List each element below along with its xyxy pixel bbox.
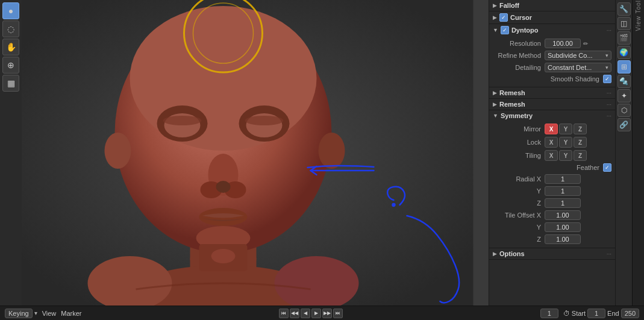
multi-tool-btn[interactable]: ⊕ [2,57,19,74]
tile-offset-z-row: Z 1.00 [489,233,615,245]
smooth-shading-checkbox[interactable]: ✓ [603,75,611,83]
options-arrow: ▶ [493,251,497,257]
grab-tool-btn[interactable]: ✋ [2,39,19,55]
resolution-value[interactable]: 100.00 [545,39,581,48]
mirror-z-btn[interactable]: Z [574,124,587,134]
refine-method-chevron-icon: ▾ [605,52,608,58]
tools-icon-btn[interactable]: 🔧 [617,2,631,16]
dyntopo-title: Dyntopo [511,27,607,34]
lock-z-btn[interactable]: Z [574,137,587,148]
view-item[interactable]: View [42,310,57,317]
jump-end-btn[interactable]: ⏭ [333,309,343,318]
left-toolbar: ● ◌ ✋ ⊕ ▦ [0,0,22,306]
step-forward-btn[interactable]: ▶▶ [322,309,332,318]
viewport[interactable]: ● ◌ ✋ ⊕ ▦ [0,0,489,306]
start-value-display[interactable]: 1 [587,309,605,318]
remesh1-arrow: ▶ [493,90,497,96]
mirror-row: Mirror X Y Z [489,122,615,136]
resolution-label: Resolution [493,40,541,47]
radial-z-value[interactable]: 1 [545,198,581,208]
symmetry-dots: ··· [607,113,611,119]
smooth-tool-btn[interactable]: ◌ [2,20,19,37]
falloff-arrow: ▶ [493,2,497,8]
world-icon-btn[interactable]: 🌍 [617,46,631,59]
radial-x-value[interactable]: 1 [545,174,581,184]
feather-checkbox[interactable]: ✓ [603,163,611,172]
dyntopo-section: ▼ ✓ Dyntopo ··· Resolution 100.00 ✏ Refi… [489,24,615,87]
lock-x-btn[interactable]: X [545,137,558,148]
radial-y-label: Y [493,187,541,195]
tile-offset-z-value[interactable]: 1.00 [545,234,581,244]
smooth-shading-row: Smooth Shading ✓ [489,74,615,84]
constraints-icon-btn[interactable]: 🔗 [617,118,631,131]
tiling-x-btn[interactable]: X [545,150,558,161]
svg-point-10 [105,133,131,169]
detailing-chevron-icon: ▾ [605,64,608,71]
lock-y-btn[interactable]: Y [559,137,572,148]
dyntopo-checkbox[interactable]: ✓ [501,26,509,34]
tiling-z-btn[interactable]: Z [574,150,587,161]
feather-row: Feather ✓ [489,162,615,173]
lock-row: Lock X Y Z [489,136,615,149]
mirror-y-btn[interactable]: Y [559,124,572,134]
tile-offset-x-value[interactable]: 1.00 [545,210,581,220]
refine-method-value[interactable]: Subdivide Co... ▾ [545,51,611,60]
radial-y-value[interactable]: 1 [545,186,581,196]
start-label: Start [572,310,586,317]
scene-icon-btn[interactable]: 🎬 [617,31,631,45]
view-layer-icon-btn[interactable]: ◫ [617,17,631,30]
frame-current-display[interactable]: 1 [540,309,558,318]
tile-offset-x-label: Tile Offset X [493,212,541,219]
cursor-checkbox[interactable]: ✓ [499,13,508,22]
remesh2-section: ▶ Remesh ··· [489,99,615,110]
tiling-y-btn[interactable]: Y [559,150,572,161]
resolution-pen-icon[interactable]: ✏ [583,40,588,47]
tile-offset-z-label: Z [493,236,541,243]
symmetry-header[interactable]: ▼ Symmetry ··· [489,110,615,121]
marker-item[interactable]: Marker [61,310,81,317]
far-right-tool-label: Tool [635,0,642,16]
far-right-strip: Tool View [632,0,644,306]
keying-btn[interactable]: Keying [5,309,33,318]
radial-z-row: Z 1 [489,197,615,209]
tiling-label: Tiling [493,152,541,159]
mirror-x-btn[interactable]: X [545,124,558,134]
tile-offset-y-label: Y [493,224,541,231]
dyntopo-arrow: ▼ [493,27,498,33]
physics-icon-btn[interactable]: ⬡ [617,104,631,117]
object-data-icon-btn[interactable]: ⊞ [617,60,631,74]
tile-offset-x-row: Tile Offset X 1.00 [489,209,615,221]
modifier-icon-btn[interactable]: 🔩 [617,75,631,88]
detailing-row: Detailing Constant Det... ▾ [489,61,615,74]
particles-icon-btn[interactable]: ✦ [617,89,631,102]
end-label: End [607,310,619,317]
detailing-value[interactable]: Constant Det... ▾ [545,63,611,72]
options-header[interactable]: ▶ Options ··· [489,248,615,259]
svg-point-16 [163,116,202,125]
falloff-title: Falloff [499,2,611,9]
keying-item: Keying ▾ [5,309,37,318]
falloff-header[interactable]: ▶ Falloff [489,0,615,11]
remesh1-header[interactable]: ▶ Remesh ··· [489,87,615,98]
layer-tool-btn[interactable]: ▦ [2,75,19,92]
options-section: ▶ Options ··· [489,248,615,260]
falloff-section: ▶ Falloff [489,0,615,11]
draw-tool-btn[interactable]: ● [2,2,19,19]
remesh2-header[interactable]: ▶ Remesh ··· [489,99,615,110]
dyntopo-body: Resolution 100.00 ✏ Refine Method Subdiv… [489,36,615,87]
cursor-arrow: ▶ [493,14,497,20]
play-btn[interactable]: ▶ [311,309,321,318]
cursor-header[interactable]: ▶ ✓ Cursor [489,11,615,24]
end-value-display[interactable]: 250 [621,309,639,318]
symmetry-title: Symmetry [501,112,607,119]
step-back-btn[interactable]: ◀ [301,309,310,318]
marker-label[interactable]: Marker [61,310,81,317]
dyntopo-header[interactable]: ▼ ✓ Dyntopo ··· [489,24,615,36]
playback-controls: ⏮ ◀◀ ◀ ▶ ▶▶ ⏭ [279,309,343,318]
tile-offset-y-value[interactable]: 1.00 [545,222,581,232]
prev-keyframe-btn[interactable]: ◀◀ [290,309,299,318]
view-label[interactable]: View [42,310,57,317]
dyntopo-dots: ··· [607,27,611,34]
jump-start-btn[interactable]: ⏮ [279,309,289,318]
lock-label: Lock [493,139,541,146]
